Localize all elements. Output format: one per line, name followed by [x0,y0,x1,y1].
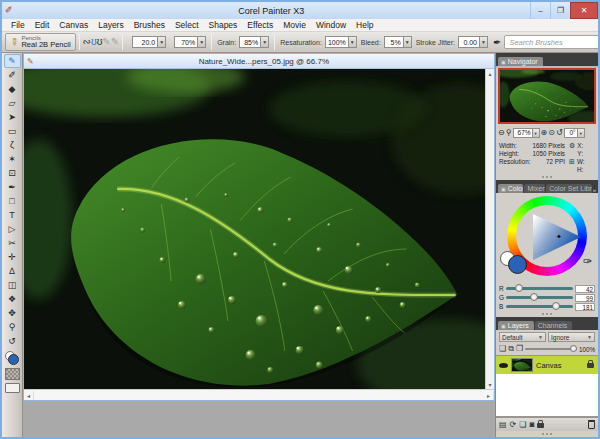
pickup-underlying-icon[interactable]: ⧉ [508,345,514,353]
preserve-transparency-icon[interactable]: ❏ [499,345,506,353]
zoom-out-icon[interactable]: ⊖ [498,129,505,137]
dynamic-plugins-icon[interactable]: ⟳ [510,421,517,429]
vertical-scrollbar[interactable]: ▴ ▾ [485,69,494,389]
bleed-spinner[interactable]: 5% ▼ [384,36,412,48]
canvas-image[interactable] [24,69,485,389]
layer-row-canvas[interactable]: Canvas [496,356,598,374]
reset-zoom-icon[interactable]: ⊙ [548,129,555,137]
zoom-level-spinner[interactable]: 67% ▼ [513,128,540,138]
rectangular-shape-tool[interactable]: □ [4,194,21,208]
menu-movie[interactable]: Movie [278,20,311,30]
convert-point-tool[interactable]: ∆ [4,264,21,278]
menu-window[interactable]: Window [311,20,351,30]
layer-opacity-slider[interactable] [525,348,577,350]
resaturation-spinner[interactable]: 100% ▼ [325,36,357,48]
navigator-preview[interactable] [498,68,596,124]
layer-link-icon[interactable]: ❐ [516,345,523,353]
panel-resize-handle[interactable] [496,431,598,437]
blue-value[interactable]: 181 [575,303,595,311]
menu-shapes[interactable]: Shapes [204,20,243,30]
dropdown-arrow-icon[interactable]: ▼ [348,37,356,47]
menu-file[interactable]: File [6,20,30,30]
dropper-tool[interactable]: ✐ [4,68,21,82]
delete-layer-icon[interactable] [588,421,595,429]
blue-slider-thumb[interactable] [552,302,560,310]
screen-mode-toggle[interactable] [5,383,20,393]
dropdown-arrow-icon[interactable]: ▼ [403,37,411,47]
scroll-left-icon[interactable]: ◂ [24,391,34,400]
scroll-right-icon[interactable]: ▸ [484,391,494,400]
clone-color-icon[interactable]: ✎ [111,37,119,47]
green-slider-track[interactable] [506,296,573,299]
text-tool[interactable]: T [4,208,21,222]
magnifier-icon[interactable]: ⚲ [506,129,512,137]
dab-stroke-icon[interactable]: ∾ [83,37,91,47]
menu-help[interactable]: Help [351,20,378,30]
dropdown-arrow-icon[interactable]: ▼ [532,129,539,137]
search-brushes-input[interactable] [504,35,600,49]
green-slider-thumb[interactable] [530,293,538,301]
horizontal-scrollbar[interactable]: ◂ ▸ [24,389,494,400]
menu-canvas[interactable]: Canvas [54,20,93,30]
tab-color[interactable]: ▣ Color [498,184,523,193]
zoom-in-icon[interactable]: ⊕ [541,129,548,137]
dropdown-arrow-icon[interactable]: ▼ [157,37,165,47]
brush-tool[interactable]: ✎ [4,54,21,68]
magnifier-tool[interactable]: ⚲ [4,320,21,334]
red-slider-thumb[interactable] [515,284,523,292]
brush-selector[interactable]: ✏ Pencils Real 2B Pencil [5,33,76,51]
clone-stroke-icon[interactable]: ✎ [102,37,110,47]
paint-bucket-tool[interactable]: ◆ [4,82,21,96]
tab-channels[interactable]: Channels [535,321,573,330]
brush-size-spinner[interactable]: 20.0 ▼ [132,36,166,48]
color-swatches[interactable] [4,350,21,366]
dropdown-arrow-icon[interactable]: ▼ [577,129,584,137]
layer-lock-icon[interactable] [587,363,594,368]
new-layer-icon[interactable]: ❏ [519,421,526,429]
tab-color-set-library[interactable]: Color Set Librari [546,184,592,193]
crop-tool[interactable]: ⊡ [4,166,21,180]
close-button[interactable]: ✕ [570,2,598,19]
grain-spinner[interactable]: 85% ▼ [239,36,269,48]
rotate-icon[interactable]: ↺ [556,129,563,137]
menu-layers[interactable]: Layers [93,20,129,30]
dropdown-arrow-icon[interactable]: ▼ [260,37,268,47]
pen-tool[interactable]: ✒ [4,180,21,194]
main-color-swatch[interactable] [8,354,19,365]
green-value[interactable]: 99 [575,294,595,302]
menu-effects[interactable]: Effects [242,20,278,30]
current-color-swatch[interactable] [508,255,527,274]
tab-mixer[interactable]: Mixer [524,184,545,193]
layer-adjuster-tool[interactable]: ➤ [4,110,21,124]
dropdown-arrow-icon[interactable]: ▼ [197,37,205,47]
document-tab[interactable]: ✎ Nature_Wide...pers_05.jpg @ 66.7% [24,54,494,69]
stroke-jitter-spinner[interactable]: 0.00 ▼ [458,36,488,48]
composite-depth-select[interactable]: Ignore ▼ [548,332,595,342]
maximize-button[interactable]: ❐ [550,2,570,19]
rotation-spinner[interactable]: 0° ▼ [564,128,585,138]
grabber-hand-tool[interactable]: ✥ [4,306,21,320]
kaleidoscope-tool[interactable]: ❖ [4,292,21,306]
layer-commands-icon[interactable]: ▤ [499,421,507,429]
scissors-tool[interactable]: ✂ [4,236,21,250]
lasso-tool[interactable]: ζ [4,138,21,152]
dropdown-arrow-icon[interactable]: ▼ [479,37,487,47]
red-slider-track[interactable] [506,287,573,290]
eyedropper-icon[interactable]: ✑ [583,255,592,268]
opacity-spinner[interactable]: 70% ▼ [174,36,206,48]
menu-select[interactable]: Select [170,20,204,30]
blue-slider-track[interactable] [506,305,573,308]
shape-selection-tool[interactable]: ▷ [4,222,21,236]
lock-layer-icon[interactable] [537,423,544,428]
rectangular-selection-tool[interactable]: ▭ [4,124,21,138]
opacity-thumb[interactable] [570,345,577,352]
minimize-button[interactable]: – [530,2,550,19]
scroll-down-icon[interactable]: ▾ [485,380,495,389]
red-value[interactable]: 42 [575,285,595,293]
layer-visibility-icon[interactable] [499,363,508,368]
menu-edit[interactable]: Edit [30,20,55,30]
tab-layers[interactable]: ▣ Layers [498,321,534,330]
menu-brushes[interactable]: Brushes [129,20,170,30]
eraser-tool[interactable]: ▱ [4,96,21,110]
advanced-brush-controls-icon[interactable]: ✒ [493,37,501,48]
